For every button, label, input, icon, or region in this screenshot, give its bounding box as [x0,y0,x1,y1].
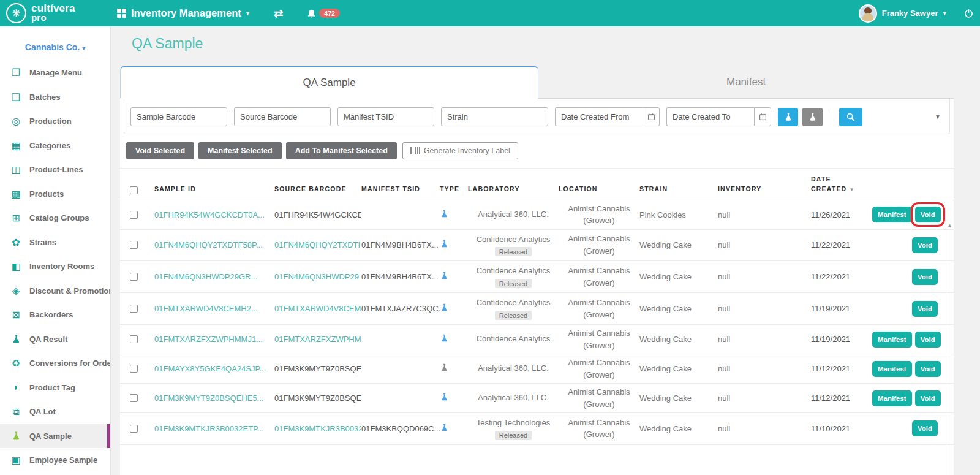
search-button[interactable] [839,108,862,126]
company-selector[interactable]: Cannabis Co. ▾ [0,42,110,52]
row-checkbox[interactable] [130,365,138,373]
strain-cell: Wedding Cake [639,424,718,433]
sample-id-link[interactable]: 01FN4M6QHQY2TXDTF58P... [154,240,274,249]
manifest-row-button[interactable]: Manifest [872,390,912,406]
col-date-created[interactable]: DATE CREATED ▼ [811,175,872,194]
location-cell: Animist Cannabis (Grower) [559,417,639,441]
sidebar-item-production[interactable]: ◎Production [0,109,110,134]
sidebar-item-manage-menu[interactable]: ❐Manage Menu [0,61,110,85]
transfer-arrows-icon[interactable]: ⇄ [274,7,283,20]
brand-logo[interactable]: ❋ cultívera pro [0,3,111,23]
qa-sample-panel: ▼ Void Selected Manifest Selected Add To… [120,99,954,475]
location-name: Animist Cannabis (Grower) [568,266,630,287]
row-checkbox[interactable] [130,394,138,402]
row-checkbox[interactable] [130,211,138,219]
manifest-row-button[interactable]: Manifest [872,361,912,377]
flask-filter-off-button[interactable] [802,108,823,126]
sidebar-item-product-tag[interactable]: ◗Product Tag [0,376,110,400]
filter-expand-caret[interactable]: ▼ [935,113,941,120]
barcode-icon [410,147,420,154]
sample-id-link[interactable]: 01FN4M6QN3HWDP29GR... [154,272,274,281]
sidebar-item-label: Employee Sample [29,455,97,465]
source-barcode-cell: 01FM3K9MYT9Z0BSQE [274,393,361,403]
date-created-cell: 11/19/2021 [811,335,872,344]
source-barcode-input[interactable] [234,107,331,126]
sidebar-item-employee-sample[interactable]: ▣Employee Sample [0,448,110,473]
sidebar-item-label: Discount & Promotion [29,286,111,295]
table-row: 01FM3K9MTKJR3B0032ETP... 01FM3K9MTKJR3B0… [120,413,954,445]
sidebar-item-discount-promotion[interactable]: ◈Discount & Promotion [0,279,110,303]
strain-input[interactable] [441,107,548,126]
row-checkbox[interactable] [130,335,138,343]
select-all-checkbox[interactable] [130,186,138,194]
sample-barcode-input[interactable] [130,107,227,126]
sidebar-item-qa-result[interactable]: QA Result [0,327,110,352]
sidebar-item-batches[interactable]: ❑Batches [0,85,110,110]
sidebar-item-label: Catalog Groups [29,213,89,222]
type-cell [440,271,468,283]
add-to-manifest-selected-button[interactable]: Add To Manifest Selected [286,142,397,159]
user-menu[interactable]: Franky Sawyer ▾ [859,4,946,23]
released-status-badge: Released [495,279,532,288]
sample-id-link[interactable]: 01FHR94K54W4GCKCDT0A... [154,210,274,219]
row-checkbox[interactable] [130,425,138,433]
void-row-button[interactable]: Void [912,420,938,436]
calendar-icon[interactable] [643,107,660,126]
void-row-button[interactable]: Void [912,237,938,253]
sidebar-item-backorders[interactable]: ⊠Backorders [0,303,110,327]
row-checkbox[interactable] [130,273,138,281]
app-menu-dropdown[interactable]: Inventory Management ▾ [117,7,249,19]
sample-id-link[interactable]: 01FM3K9MYT9Z0BSQEHE5... [154,393,274,403]
void-row-button[interactable]: Void [912,301,938,317]
flask-filter-on-button[interactable] [778,108,798,126]
strain-cell: Pink Cookies [639,210,718,219]
row-actions: Void [872,301,948,317]
manifest-selected-button[interactable]: Manifest Selected [198,142,282,159]
laboratory-name: Analytical 360, LLC. [478,393,549,402]
sidebar-nav: ❐Manage Menu❑Batches◎Production▦Categori… [0,61,110,473]
sidebar-item-conversions-for-orders[interactable]: ♻Conversions for Orders [0,351,110,376]
sidebar-item-strains[interactable]: ✿Strains [0,230,110,255]
row-checkbox[interactable] [130,241,138,249]
sidebar-item-qa-lot[interactable]: ⧉QA Lot [0,400,110,424]
void-row-button[interactable]: Void [915,332,941,348]
notifications-button[interactable]: 472 [306,8,340,18]
row-checkbox[interactable] [130,305,138,313]
laboratory-name: Confidence Analytics [477,334,551,343]
manifest-row-button[interactable]: Manifest [872,332,912,348]
sidebar-item-categories[interactable]: ▦Categories [0,134,110,158]
void-row-button[interactable]: Void [915,361,941,377]
manifest-row-button[interactable]: Manifest [872,207,912,222]
tab-qa-sample[interactable]: QA Sample [120,66,538,99]
void-row-button[interactable]: Void [912,269,938,285]
categories-icon: ▦ [10,140,22,151]
logout-power-button[interactable] [963,8,974,18]
manifest-tsid-cell: 01FM3KBQQD069C... [361,424,440,433]
date-created-to-input[interactable] [666,107,754,126]
sample-id-link[interactable]: 01FMAYX8Y5GKE4QA24SJP... [154,364,274,373]
table-scrollbar[interactable]: ▲ [946,220,953,475]
calendar-icon[interactable] [754,107,771,126]
sample-id-link[interactable]: 01FM3K9MTKJR3B0032ETP... [154,424,274,433]
source-barcode-cell: 01FN4M6QHQY2TXDTI [274,240,361,249]
sidebar-item-label: Conversions for Orders [29,359,111,368]
sidebar-item-catalog-groups[interactable]: ⊞Catalog Groups [0,206,110,230]
sample-id-link[interactable]: 01FMTXARWD4V8CEMH2... [154,304,274,313]
manifest-tsid-input[interactable] [337,107,434,126]
date-created-from-input[interactable] [555,107,643,126]
brand-pro: pro [31,13,75,22]
void-selected-button[interactable]: Void Selected [126,142,194,159]
sidebar-item-inventory-rooms[interactable]: ◧Inventory Rooms [0,254,110,279]
sidebar-item-products[interactable]: ▩Products [0,182,110,207]
type-cell [440,209,468,221]
void-row-button[interactable]: Void [915,390,941,406]
sidebar-item-product-lines[interactable]: ◫Product-Lines [0,158,110,182]
page-header: QA Sample [111,26,980,61]
sample-id-link[interactable]: 01FMTXARZFXZWPHMMJ1... [154,335,274,344]
tab-manifest[interactable]: Manifest [538,66,954,98]
location-name: Animist Cannabis (Grower) [568,204,630,226]
generate-inventory-label-button[interactable]: Generate Inventory Label [402,142,518,159]
sidebar-item-qa-sample[interactable]: QA Sample [0,424,110,449]
void-row-button[interactable]: Void [915,207,941,222]
production-icon: ◎ [10,115,22,127]
